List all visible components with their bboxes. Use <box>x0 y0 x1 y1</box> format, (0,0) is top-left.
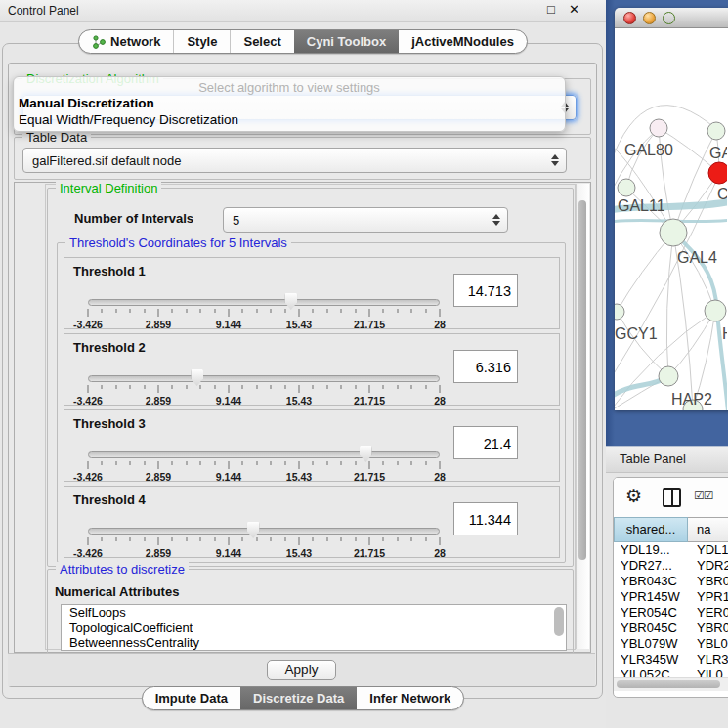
tab-infer-network[interactable]: Infer Network <box>357 687 463 709</box>
column-header-name[interactable]: na <box>688 517 728 542</box>
tick-mark <box>172 385 173 389</box>
cell-name[interactable]: YDR2 <box>688 558 728 574</box>
close-window-icon[interactable]: ✕ <box>569 2 579 17</box>
table-row[interactable]: YBL079WYBL0 <box>614 636 728 652</box>
mac-minimize-button[interactable] <box>643 12 656 24</box>
tab-impute-data[interactable]: Impute Data <box>143 687 240 709</box>
network-node-hap2[interactable] <box>659 366 678 386</box>
threshold-value-field[interactable]: 11.344 <box>453 502 518 535</box>
threshold-slider[interactable]: -3.4262.8599.14415.4321.71528 <box>88 371 440 403</box>
threshold-value-field[interactable]: 6.316 <box>453 350 518 383</box>
apply-button[interactable]: Apply <box>267 660 337 680</box>
number-of-intervals-combobox[interactable]: 5 <box>223 207 508 233</box>
slider-track[interactable] <box>88 299 440 306</box>
column-header-shared-name[interactable]: shared... <box>614 517 688 542</box>
table-row[interactable]: YER054CYER0 <box>614 605 728 621</box>
cell-name[interactable]: YDL1 <box>688 542 728 558</box>
threshold-slider[interactable]: -3.4262.8599.14415.4321.71528 <box>88 524 440 555</box>
cell-shared-name[interactable]: YIL052C <box>614 667 688 677</box>
mac-close-button[interactable] <box>623 12 636 24</box>
table-row[interactable]: YDR27...YDR2 <box>614 558 728 574</box>
attribute-item-topologicalcoefficient[interactable]: TopologicalCoefficient <box>62 621 566 636</box>
slider-thumb-icon[interactable] <box>247 522 260 538</box>
network-node-gal4[interactable] <box>660 219 687 246</box>
tick-mark <box>341 385 342 389</box>
cell-name[interactable]: YLR3 <box>688 652 728 667</box>
threshold-value-field[interactable]: 14.713 <box>453 274 518 307</box>
cell-shared-name[interactable]: YBL079W <box>614 636 688 652</box>
cell-name[interactable]: YBL0 <box>688 636 728 652</box>
table-data-combobox[interactable]: galFiltered.sif default node <box>22 148 567 173</box>
cell-name[interactable]: YBR0 <box>688 621 728 636</box>
tick-mark <box>383 537 384 541</box>
numerical-attributes-list[interactable]: SelfLoopsTopologicalCoefficientBetweenne… <box>61 604 567 651</box>
table-hscrollbar[interactable] <box>614 677 728 691</box>
network-node-gcy1[interactable] <box>615 304 624 320</box>
tick-label: 28 <box>434 395 446 407</box>
table-row[interactable]: YDL19...YDL1 <box>614 542 728 558</box>
network-node-gal11[interactable] <box>618 179 635 196</box>
tick-mark <box>144 309 145 313</box>
tab-network[interactable]: Network <box>79 30 173 53</box>
slider-thumb-icon[interactable] <box>284 293 297 310</box>
tab-select[interactable]: Select <box>230 30 293 53</box>
cell-shared-name[interactable]: YDR27... <box>614 558 688 574</box>
float-window-icon[interactable]: □ <box>547 2 555 17</box>
settings-scrollbar[interactable] <box>576 184 589 649</box>
cell-shared-name[interactable]: YBR045C <box>614 621 688 636</box>
network-node-gal80[interactable] <box>650 119 667 137</box>
checkbox-icons[interactable]: ☑☑ <box>694 489 713 502</box>
slider-track[interactable] <box>88 528 440 535</box>
table-row[interactable]: YPR145WYPR1 <box>614 589 728 605</box>
tick-label: 9.144 <box>216 471 241 483</box>
tab-cyni-toolbox[interactable]: Cyni Toolbox <box>294 30 399 53</box>
attributes-list-scrollbar[interactable] <box>554 607 564 636</box>
cell-shared-name[interactable]: YBR043C <box>614 574 688 589</box>
network-node-ga[interactable] <box>707 122 725 140</box>
attribute-item-selfloops[interactable]: SelfLoops <box>62 605 566 621</box>
tab-style[interactable]: Style <box>173 30 230 53</box>
tab-discretize-data[interactable]: Discretize Data <box>240 687 357 709</box>
threshold-value-field[interactable]: 21.4 <box>453 426 518 459</box>
slider-thumb-icon[interactable] <box>360 446 372 462</box>
tick-mark <box>88 461 89 469</box>
threshold-slider[interactable]: -3.4262.8599.14415.4321.71528 <box>88 295 440 326</box>
slider-tick-labels: -3.4262.8599.14415.4321.71528 <box>88 319 440 330</box>
attribute-item-betweennesscentrality[interactable]: BetweennessCentrality <box>62 635 566 651</box>
cell-name[interactable]: YPR1 <box>688 589 728 605</box>
cell-name[interactable]: YIL0 <box>688 667 728 677</box>
mac-zoom-button[interactable] <box>663 12 675 24</box>
cell-name[interactable]: YER0 <box>688 605 728 621</box>
network-node-label: GAL80 <box>624 142 673 158</box>
tab-jactivemnodules[interactable]: jActiveMNodules <box>399 30 527 53</box>
cell-shared-name[interactable]: YPR145W <box>614 589 688 605</box>
tick-label: 28 <box>434 547 446 559</box>
slider-ticks <box>88 309 440 318</box>
tick-mark <box>256 537 257 541</box>
cell-name[interactable]: YBR0 <box>688 574 728 589</box>
gear-icon[interactable]: ⚙ <box>625 486 642 507</box>
table-row[interactable]: YIL052CYIL0 <box>614 667 728 677</box>
algorithm-option-manual-discretization[interactable]: Manual Discretization <box>18 95 561 111</box>
slider-track[interactable] <box>88 375 440 382</box>
tick-mark <box>242 309 243 313</box>
threshold-slider[interactable]: -3.4262.8599.14415.4321.71528 <box>88 448 440 479</box>
cell-shared-name[interactable]: YER054C <box>614 605 688 621</box>
table-hscrollbar-thumb[interactable] <box>617 680 720 688</box>
tick-mark <box>88 309 89 317</box>
settings-scrollbar-thumb[interactable] <box>578 200 586 560</box>
table-row[interactable]: YBR043CYBR0 <box>614 574 728 589</box>
table-row[interactable]: YBR045CYBR0 <box>614 621 728 636</box>
slider-track[interactable] <box>88 451 440 458</box>
cell-shared-name[interactable]: YLR345W <box>614 652 688 667</box>
cell-shared-name[interactable]: YDL19... <box>614 542 688 558</box>
algorithm-option-equal-width-frequency-discretization[interactable]: Equal Width/Frequency Discretization <box>18 111 561 128</box>
network-node-c[interactable] <box>708 162 727 184</box>
tick-mark <box>411 537 412 541</box>
slider-thumb-icon[interactable] <box>191 369 203 386</box>
network-canvas[interactable]: GAL80GACGAL11GAL4GCY1HHAP2 <box>615 28 728 410</box>
table-row[interactable]: YLR345WYLR3 <box>614 652 728 667</box>
tick-mark <box>341 309 342 313</box>
network-node-h[interactable] <box>705 300 726 321</box>
columns-icon[interactable] <box>663 488 681 507</box>
